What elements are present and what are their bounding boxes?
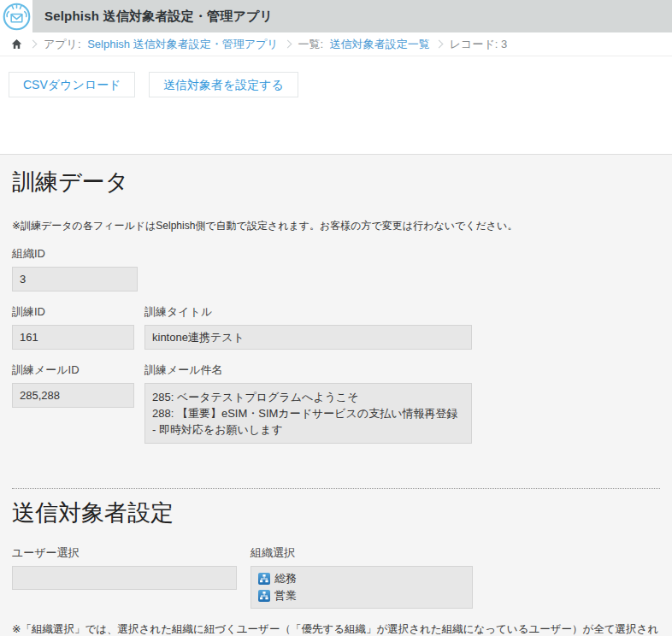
org-select-item: 営業 — [258, 587, 465, 604]
app-title: Selphish 送信対象者設定・管理アプリ — [44, 9, 273, 25]
field-org-id: 組織ID 3 — [12, 246, 138, 292]
recipient-section-title: 送信対象者設定 — [12, 499, 660, 528]
app-header: Selphish 送信対象者設定・管理アプリ — [0, 0, 672, 32]
org-select-item-name: 営業 — [274, 588, 297, 603]
org-id-value: 3 — [12, 267, 138, 292]
field-training-mail-id: 訓練メールID 285,288 — [12, 362, 134, 444]
field-row: ユーザー選択 組織選択 — [12, 545, 660, 609]
page: Selphish 送信対象者設定・管理アプリ アプリ: Selphish 送信対… — [0, 0, 672, 636]
training-data-section-title: 訓練データ — [12, 168, 660, 197]
chevron-right-icon — [283, 40, 292, 49]
field-user-select: ユーザー選択 — [12, 545, 237, 609]
breadcrumb-app: アプリ: Selphish 送信対象者設定・管理アプリ — [44, 37, 279, 52]
user-select-label: ユーザー選択 — [12, 545, 237, 561]
organization-icon — [258, 573, 270, 585]
breadcrumb-view: 一覧: 送信対象者設定一覧 — [298, 37, 430, 52]
breadcrumb: アプリ: Selphish 送信対象者設定・管理アプリ 一覧: 送信対象者設定一… — [0, 32, 672, 56]
set-recipients-button[interactable]: 送信対象者を設定する — [149, 72, 298, 97]
training-mail-subject-value: 285: ベータテストプログラムへようこそ 288: 【重要】eSIM・SIMカ… — [144, 383, 472, 444]
app-logo[interactable] — [0, 0, 32, 32]
home-icon[interactable] — [9, 37, 24, 52]
field-training-title: 訓練タイトル kintone連携テスト — [144, 304, 472, 350]
field-row: 訓練ID 161 訓練タイトル kintone連携テスト — [12, 304, 660, 350]
org-id-label: 組織ID — [12, 246, 138, 262]
recipient-note: ※「組織選択」では、選択された組織に紐づくユーザー（「優先する組織」が選択された… — [12, 620, 660, 636]
training-id-value: 161 — [12, 325, 134, 350]
organization-icon — [258, 590, 270, 602]
training-title-label: 訓練タイトル — [144, 304, 472, 320]
training-id-label: 訓練ID — [12, 304, 134, 320]
training-title-value: kintone連携テスト — [144, 325, 472, 350]
training-mail-id-value: 285,288 — [12, 383, 134, 408]
app-header-bar: Selphish 送信対象者設定・管理アプリ — [32, 0, 672, 32]
section-divider — [12, 488, 660, 489]
org-select-item-name: 総務 — [274, 571, 297, 586]
field-row: 訓練メールID 285,288 訓練メール件名 285: ベータテストプログラム… — [12, 362, 660, 444]
org-select-label: 組織選択 — [251, 545, 473, 561]
record-toolbar: CSVダウンロード 送信対象者を設定する — [0, 56, 672, 154]
chevron-right-icon — [29, 40, 38, 49]
selphish-logo-icon — [2, 2, 32, 32]
org-select-item: 総務 — [258, 570, 465, 587]
breadcrumb-view-prefix: 一覧: — [298, 38, 324, 50]
csv-download-button[interactable]: CSVダウンロード — [9, 72, 135, 97]
training-mail-id-label: 訓練メールID — [12, 362, 134, 378]
org-select-box[interactable]: 総務 — [251, 566, 473, 609]
breadcrumb-view-link[interactable]: 送信対象者設定一覧 — [330, 38, 430, 50]
field-training-mail-subject: 訓練メール件名 285: ベータテストプログラムへようこそ 288: 【重要】e… — [144, 362, 472, 444]
user-select-input[interactable] — [12, 566, 237, 590]
field-row: 組織ID 3 — [12, 246, 660, 292]
breadcrumb-record-label: レコード: 3 — [450, 37, 507, 52]
field-org-select: 組織選択 — [251, 545, 473, 609]
record-detail: 訓練データ ※訓練データの各フィールドはSelphish側で自動で設定されます。… — [0, 154, 672, 636]
training-mail-subject-label: 訓練メール件名 — [144, 362, 472, 378]
chevron-right-icon — [434, 40, 443, 49]
field-training-id: 訓練ID 161 — [12, 304, 134, 350]
breadcrumb-app-prefix: アプリ: — [44, 38, 81, 50]
training-data-note: ※訓練データの各フィールドはSelphish側で自動で設定されます。お客様の方で… — [12, 219, 660, 233]
breadcrumb-app-link[interactable]: Selphish 送信対象者設定・管理アプリ — [87, 38, 278, 50]
